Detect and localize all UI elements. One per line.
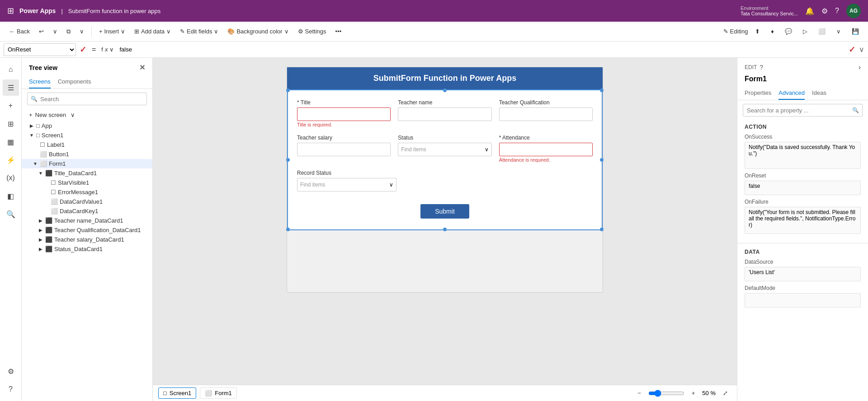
handle-br[interactable]: [600, 228, 604, 231]
preview-button[interactable]: ⬜: [815, 26, 829, 37]
datasource-value[interactable]: 'Users List': [745, 267, 861, 281]
tree-item-label1[interactable]: ☐ Label1: [22, 140, 152, 149]
sidebar-insert-icon[interactable]: +: [3, 98, 19, 114]
back-button[interactable]: ← Back: [5, 26, 33, 37]
sidebar-tree-icon[interactable]: ☰: [3, 79, 19, 96]
sidebar-help-icon[interactable]: ?: [3, 381, 19, 397]
bg-color-button[interactable]: 🎨 Background color ∨: [224, 26, 292, 37]
tree-item-teachersalary-dc[interactable]: ▶ ⬛ Teacher salary_DataCard1: [22, 235, 152, 244]
share-button[interactable]: ⬆: [751, 26, 764, 37]
codev-button[interactable]: ♦: [767, 26, 778, 37]
tree-item-datacardvalue1[interactable]: ⬜ DataCardValue1: [22, 197, 152, 206]
formula-check[interactable]: ✓: [80, 45, 86, 55]
fx-button[interactable]: f x ∨: [101, 46, 114, 53]
tree-item-title-datacard[interactable]: ▼ ⬛ Title_DataCard1: [22, 168, 152, 178]
form1-tab[interactable]: ⬜ Form1: [200, 387, 237, 399]
teacher-qual-input[interactable]: [499, 107, 593, 121]
insert-dropdown-icon: ∨: [121, 28, 125, 35]
notification-icon[interactable]: 🔔: [805, 7, 814, 15]
play-button[interactable]: ▷: [799, 26, 811, 37]
screen1-tab[interactable]: □ Screen1: [158, 387, 196, 399]
comment-button[interactable]: 💬: [781, 26, 796, 37]
tree-item-status-dc[interactable]: ▶ ⬛ Status_DataCard1: [22, 244, 152, 254]
copy-dropdown[interactable]: ∨: [76, 26, 88, 37]
handle-ml[interactable]: [286, 158, 290, 162]
settings-icon[interactable]: ⚙: [821, 7, 828, 15]
teacher-name-input[interactable]: [398, 107, 491, 121]
more-button[interactable]: •••: [332, 26, 345, 37]
copy-button[interactable]: ⧉: [63, 26, 74, 37]
save-button[interactable]: 💾: [848, 26, 863, 37]
onreset-value[interactable]: false: [745, 181, 861, 195]
formula-expand-icon[interactable]: ∨: [859, 45, 864, 54]
formula-input[interactable]: [118, 43, 845, 56]
title-input[interactable]: [297, 107, 391, 121]
tree-item-teachername-dc[interactable]: ▶ ⬛ Teacher name_DataCard1: [22, 216, 152, 225]
data-section-title: DATA: [745, 249, 861, 255]
sidebar-variables-icon[interactable]: (x): [3, 170, 19, 186]
right-search-input[interactable]: [743, 104, 863, 117]
sidebar-search-icon[interactable]: 🔍: [3, 206, 19, 222]
tree-item-screen1[interactable]: ▼ □ Screen1: [22, 131, 152, 140]
right-tab-properties[interactable]: Properties: [745, 87, 771, 100]
handle-bl[interactable]: [286, 228, 290, 231]
sidebar-home-icon[interactable]: ⌂: [3, 61, 19, 78]
property-selector[interactable]: OnReset: [4, 43, 76, 56]
button1-icon: ⬜: [40, 151, 47, 158]
defaultmode-value[interactable]: [745, 293, 861, 308]
record-status-dropdown[interactable]: Find items ∨: [297, 178, 396, 191]
onsuccess-value[interactable]: Notify("Data is saved successfully. Than…: [745, 142, 861, 169]
submit-button[interactable]: Submit: [420, 204, 469, 219]
insert-button[interactable]: + Insert ∨: [95, 26, 129, 37]
handle-tr[interactable]: [600, 89, 604, 92]
toggle-button[interactable]: ∨: [833, 26, 844, 37]
new-screen-button[interactable]: + New screen ∨: [22, 109, 152, 121]
sidebar-powerautomate-icon[interactable]: ⚡: [3, 152, 19, 168]
canvas-bottom-bar: □ Screen1 ⬜ Form1 − + 50 % ⤢: [153, 385, 737, 401]
right-panel-expand-icon[interactable]: ›: [859, 63, 861, 71]
attendance-input[interactable]: [499, 143, 593, 156]
app-grid-icon[interactable]: ⊞: [7, 6, 14, 16]
handle-bc[interactable]: [443, 228, 447, 231]
sidebar-media-icon[interactable]: ▦: [3, 134, 19, 150]
handle-mr[interactable]: [600, 158, 604, 162]
zoom-slider[interactable]: [648, 390, 684, 397]
formula-checkmark2[interactable]: ✓: [849, 45, 855, 55]
tree-item-errormsg1[interactable]: ☐ ErrorMessage1: [22, 187, 152, 197]
editing-indicator[interactable]: ✎ Editing: [723, 28, 748, 35]
add-data-button[interactable]: ⊞ Add data ∨: [131, 26, 175, 37]
fit-screen-button[interactable]: ⤢: [719, 388, 731, 398]
settings-toolbar-button[interactable]: ⚙ Settings: [294, 26, 330, 37]
tree-item-datacardkey1[interactable]: ⬜ DataCardKey1: [22, 206, 152, 216]
sidebar-settings-icon[interactable]: ⚙: [3, 363, 19, 379]
defaultmode-label: DefaultMode: [745, 285, 861, 291]
sidebar-data-icon[interactable]: ⊞: [3, 116, 19, 132]
zoom-in-button[interactable]: +: [688, 388, 699, 398]
tree-item-starvisible1[interactable]: ☐ StarVisible1: [22, 178, 152, 187]
tree-close-button[interactable]: ✕: [139, 63, 145, 72]
undo-button[interactable]: ↩: [35, 26, 47, 37]
tree-item-button1[interactable]: ⬜ Button1: [22, 149, 152, 159]
handle-tl[interactable]: [286, 89, 290, 92]
tab-screens[interactable]: Screens: [29, 75, 51, 89]
right-tab-advanced[interactable]: Advanced: [778, 87, 805, 100]
tree-item-form1[interactable]: ▼ ⬜ Form1: [22, 159, 152, 168]
tab-components[interactable]: Components: [58, 75, 91, 89]
right-tab-ideas[interactable]: Ideas: [812, 87, 826, 100]
tree-search-input[interactable]: [27, 93, 147, 105]
onfailure-value[interactable]: Notify("Your form is not submitted. Plea…: [745, 207, 861, 234]
form1-tab-icon: ⬜: [205, 390, 212, 396]
sidebar-components-icon[interactable]: ◧: [3, 188, 19, 204]
help-icon[interactable]: ?: [835, 7, 839, 15]
tree-item-teacherqual-dc[interactable]: ▶ ⬛ Teacher Qualification_DataCard1: [22, 225, 152, 235]
right-help-icon[interactable]: ?: [760, 64, 763, 71]
edit-fields-button[interactable]: ✎ Edit fields ∨: [176, 26, 222, 37]
zoom-out-button[interactable]: −: [634, 388, 645, 398]
onsuccess-row: OnSuccess Notify("Data is saved successf…: [745, 134, 861, 169]
teacher-salary-input[interactable]: [297, 143, 391, 156]
tree-item-app[interactable]: ▶ □ App: [22, 121, 152, 131]
avatar[interactable]: AG: [846, 4, 861, 18]
undo-dropdown[interactable]: ∨: [49, 26, 61, 37]
handle-tc[interactable]: [443, 89, 447, 92]
status-dropdown[interactable]: Find items ∨: [398, 143, 491, 156]
